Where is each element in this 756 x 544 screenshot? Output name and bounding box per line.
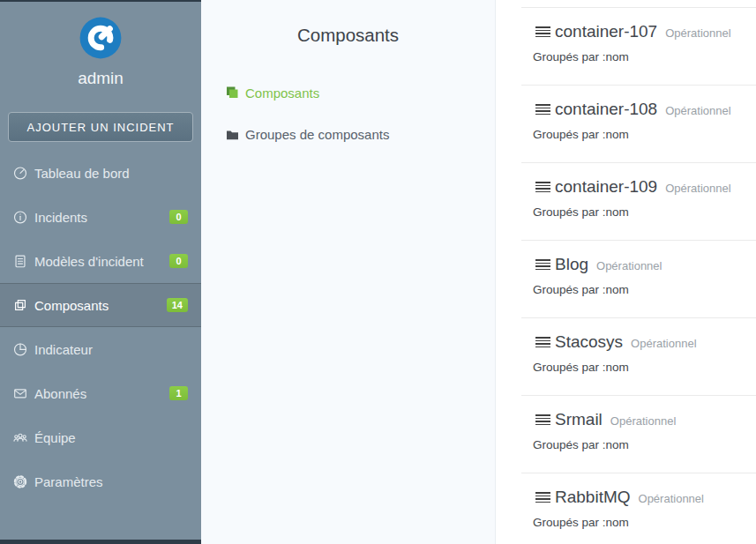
drag-handle-icon[interactable] — [535, 337, 550, 348]
sidebar-item-label: Abonnés — [34, 386, 86, 401]
sidebar-item-label: Paramètres — [34, 474, 103, 489]
sidebar-item-label: Tableau de bord — [34, 166, 130, 181]
add-incident-button[interactable]: AJOUTER UN INCIDENT — [8, 112, 193, 142]
drag-handle-icon[interactable] — [535, 259, 550, 271]
subnav-item-label: Composants — [245, 86, 319, 101]
gear-icon — [12, 473, 28, 490]
team-icon — [12, 428, 28, 446]
subnav-item-components[interactable]: Composants — [201, 72, 495, 114]
component-row[interactable]: RabbitMQ Opérationnel Groupés par :nom — [521, 473, 756, 544]
sidebar-item-team[interactable]: Équipe — [0, 415, 201, 459]
sidebar-item-label: Indicateur — [34, 342, 93, 357]
sidebar-item-subscribers[interactable]: Abonnés 1 — [0, 371, 201, 415]
component-row[interactable]: container-109 Opérationnel Groupés par :… — [521, 162, 756, 240]
sidebar-item-components[interactable]: Composants 14 — [0, 283, 201, 327]
component-name[interactable]: container-108 — [555, 100, 657, 119]
component-name[interactable]: Srmail — [555, 410, 603, 429]
component-grouped-label: Groupés par :nom — [533, 283, 756, 296]
component-status: Opérationnel — [631, 337, 696, 350]
gauge-icon — [12, 164, 28, 182]
sidebar-item-settings[interactable]: Paramètres — [0, 459, 201, 503]
username: admin — [0, 69, 201, 88]
component-name[interactable]: container-109 — [555, 177, 657, 197]
drag-handle-icon[interactable] — [535, 492, 550, 503]
info-icon — [12, 208, 28, 226]
component-grouped-label: Groupés par :nom — [533, 438, 756, 451]
sidebar-item-label: Équipe — [34, 430, 76, 445]
sidebar-item-metrics[interactable]: Indicateur — [0, 327, 201, 371]
component-row[interactable]: Blog Opérationnel Groupés par :nom — [521, 240, 756, 317]
component-name[interactable]: container-107 — [555, 22, 657, 41]
sidebar: admin AJOUTER UN INCIDENT Tableau de bor… — [0, 0, 201, 544]
component-status: Opérationnel — [665, 26, 730, 40]
envelope-icon — [12, 384, 28, 402]
drag-handle-icon[interactable] — [535, 104, 550, 116]
incidents-count-badge: 0 — [169, 210, 188, 224]
document-icon — [12, 252, 28, 270]
pie-icon — [12, 340, 28, 358]
components-list-panel: container-107 Opérationnel Groupés par :… — [496, 0, 756, 544]
sidebar-inner: admin AJOUTER UN INCIDENT Tableau de bor… — [0, 2, 201, 540]
component-grouped-label: Groupés par :nom — [533, 361, 756, 374]
components-icon — [12, 296, 28, 314]
component-row[interactable]: container-108 Opérationnel Groupés par :… — [521, 85, 756, 162]
sidebar-item-label: Composants — [34, 298, 109, 313]
panel-title: Composants — [201, 25, 495, 46]
sidebar-item-label: Incidents — [34, 210, 87, 225]
cachet-logo-icon[interactable] — [78, 15, 124, 61]
component-status: Opérationnel — [665, 104, 730, 117]
subnav-item-component-groups[interactable]: Groupes de composants — [201, 114, 495, 155]
component-grouped-label: Groupés par :nom — [533, 205, 756, 219]
component-row[interactable]: Srmail Opérationnel Groupés par :nom — [521, 395, 756, 473]
component-name[interactable]: Stacosys — [555, 332, 623, 352]
folder-icon — [226, 128, 239, 141]
subnav-panel: Composants Composants Groupes de composa… — [201, 0, 496, 544]
sidebar-item-incidents[interactable]: Incidents 0 — [0, 195, 201, 239]
component-row[interactable]: container-107 Opérationnel Groupés par :… — [521, 7, 756, 85]
component-status: Opérationnel — [596, 259, 662, 272]
drag-handle-icon[interactable] — [535, 414, 550, 426]
components-count-badge: 14 — [167, 298, 188, 312]
component-name[interactable]: Blog — [555, 255, 588, 274]
component-status: Opérationnel — [665, 182, 730, 195]
component-grouped-label: Groupés par :nom — [533, 128, 756, 141]
component-status: Opérationnel — [610, 414, 676, 428]
subnav-list: Composants Groupes de composants — [201, 72, 495, 155]
drag-handle-icon[interactable] — [535, 182, 550, 193]
component-row[interactable]: Stacosys Opérationnel Groupés par :nom — [521, 317, 756, 395]
subscribers-count-badge: 1 — [169, 386, 188, 400]
component-status: Opérationnel — [639, 492, 704, 505]
templates-count-badge: 0 — [169, 254, 188, 268]
component-name[interactable]: RabbitMQ — [555, 488, 631, 507]
components-list: container-107 Opérationnel Groupés par :… — [521, 7, 756, 544]
sidebar-item-incident-templates[interactable]: Modèles d'incident 0 — [0, 239, 201, 283]
drag-handle-icon[interactable] — [535, 26, 550, 38]
sidebar-item-dashboard[interactable]: Tableau de bord — [0, 151, 201, 195]
sidebar-item-label: Modèles d'incident — [34, 254, 144, 269]
components-stack-icon — [226, 86, 239, 100]
subnav-item-label: Groupes de composants — [245, 127, 389, 142]
component-grouped-label: Groupés par :nom — [533, 50, 756, 63]
component-grouped-label: Groupés par :nom — [533, 516, 756, 529]
sidebar-menu: Tableau de bord Incidents 0 Modèles d'in… — [0, 151, 201, 503]
